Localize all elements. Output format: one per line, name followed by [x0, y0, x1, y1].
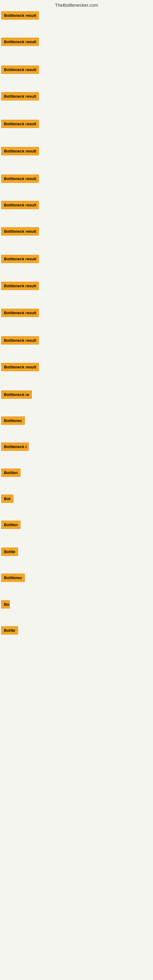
bottleneck-badge[interactable]: Bottle — [1, 547, 18, 556]
bottleneck-badge[interactable]: Bottleneck result — [1, 120, 39, 128]
bottleneck-item[interactable]: Bottleneck result — [1, 309, 39, 318]
bottleneck-badge[interactable]: Bottleneck result — [1, 336, 39, 345]
bottleneck-item[interactable]: Bottleneck result — [1, 92, 39, 102]
bottleneck-item[interactable]: Bottleneck result — [1, 11, 39, 21]
bottleneck-badge[interactable]: Bottleneck result — [1, 255, 39, 263]
bottleneck-badge[interactable]: Bottleneck result — [1, 175, 39, 183]
bottleneck-item[interactable]: Bottlen — [1, 520, 21, 530]
bottleneck-item[interactable]: Bottleneck result — [1, 65, 39, 75]
bottleneck-badge[interactable]: Bottleneck result — [1, 227, 39, 235]
bottleneck-item[interactable]: Bottlenec — [1, 417, 25, 426]
site-title: TheBottlenecker.com — [0, 0, 153, 11]
bottleneck-badge[interactable]: Bottlen — [1, 520, 21, 529]
bottleneck-item[interactable]: Bottleneck re — [1, 390, 32, 400]
bottleneck-badge[interactable]: Bottleneck result — [1, 65, 39, 74]
bottleneck-item[interactable]: Bottle — [1, 626, 18, 636]
bottleneck-badge[interactable]: Bottlenec — [1, 417, 25, 425]
bottleneck-badge[interactable]: Bottlenec — [1, 574, 25, 582]
bottleneck-item[interactable]: Bottleneck result — [1, 227, 39, 237]
bottleneck-badge[interactable]: Bottleneck result — [1, 201, 39, 209]
bottleneck-badge[interactable]: Bottleneck result — [1, 282, 39, 290]
bottleneck-item[interactable]: Bottle — [1, 547, 18, 557]
bottleneck-item[interactable]: Bot — [1, 495, 13, 504]
bottleneck-item[interactable]: Bottleneck result — [1, 363, 39, 372]
bottleneck-badge[interactable]: Bottleneck result — [1, 38, 39, 46]
bottleneck-item[interactable]: Bottleneck r — [1, 442, 29, 452]
bottleneck-item[interactable]: Bo — [1, 600, 10, 610]
bottleneck-item[interactable]: Bottleneck result — [1, 201, 39, 210]
bottleneck-item[interactable]: Bottleneck result — [1, 255, 39, 264]
bottleneck-item[interactable]: Bottleneck result — [1, 175, 39, 184]
bottleneck-badge[interactable]: Bottleneck result — [1, 147, 39, 155]
bottleneck-item[interactable]: Bottleneck result — [1, 147, 39, 156]
bottleneck-badge[interactable]: Bottlen — [1, 469, 21, 477]
bottleneck-badge[interactable]: Bottleneck r — [1, 442, 29, 451]
bottleneck-item[interactable]: Bottleneck result — [1, 38, 39, 47]
bottleneck-badge[interactable]: Bottleneck result — [1, 363, 39, 371]
bottleneck-badge[interactable]: Bottleneck result — [1, 92, 39, 100]
bottleneck-badge[interactable]: Bottle — [1, 626, 18, 635]
bottleneck-item[interactable]: Bottleneck result — [1, 120, 39, 129]
bottleneck-item[interactable]: Bottlenec — [1, 574, 25, 583]
bottleneck-badge[interactable]: Bottleneck re — [1, 390, 32, 399]
bottleneck-badge[interactable]: Bot — [1, 495, 13, 503]
bottleneck-item[interactable]: Bottleneck result — [1, 336, 39, 346]
bottleneck-item[interactable]: Bottleneck result — [1, 282, 39, 291]
bottleneck-badge[interactable]: Bo — [1, 600, 10, 609]
bottleneck-badge[interactable]: Bottleneck result — [1, 11, 39, 20]
bottleneck-badge[interactable]: Bottleneck result — [1, 309, 39, 317]
bottleneck-item[interactable]: Bottlen — [1, 469, 21, 478]
